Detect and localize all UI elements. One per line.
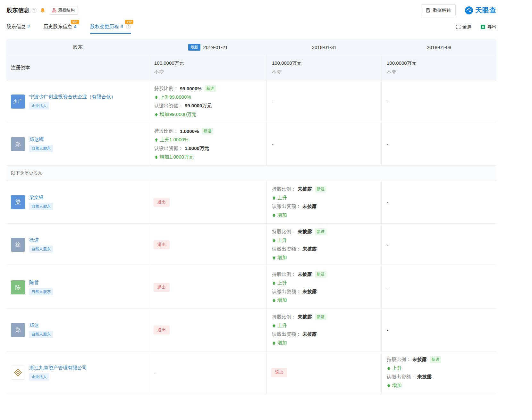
current-shareholders: 少广宁波少广创业投资合伙企业（有限合伙）企业法人持股比例：99.0000%新进上…: [6, 80, 496, 166]
ratio-value: 未披露: [412, 357, 427, 363]
ratio-value: 未披露: [298, 229, 312, 235]
tianyancha-logo[interactable]: 天眼查: [465, 6, 496, 15]
shareholding-detail-cell: 持股比例：99.0000%新进上升99.0000%认缴出资额：99.0000万元…: [149, 80, 267, 123]
vip-badge: VIP: [125, 20, 133, 24]
up-arrow-icon: [154, 112, 158, 117]
up-arrow-icon: [272, 256, 276, 260]
dash-text: -: [154, 370, 156, 375]
data-correction-button[interactable]: 数据纠错: [421, 4, 456, 16]
capital-change: 不变: [387, 68, 491, 76]
dash-text: -: [272, 142, 274, 147]
empty-cell: -: [382, 80, 496, 123]
top-bar: 股东信息 ? 股权结构 数据纠错 天眼查: [6, 4, 496, 16]
empty-cell: -: [382, 309, 496, 351]
exit-badge: 退出: [271, 368, 287, 377]
equity-structure-button[interactable]: 股权结构: [49, 6, 78, 15]
shareholding-table: 股东 最新 2019-01-21 2018-01-31 2018-01-08 注…: [6, 39, 496, 394]
amount-value: 未披露: [417, 374, 432, 380]
page: 股东信息 ? 股权结构 数据纠错 天眼查 股东信息2: [6, 0, 496, 394]
tab-shareholder-info[interactable]: 股东信息2: [6, 24, 30, 34]
new-entry-badge: 新进: [315, 186, 326, 193]
history-section-label: 以下为历史股东: [6, 166, 496, 181]
fullscreen-button[interactable]: 全屏: [456, 24, 471, 30]
shareholder-cell: 徐徐进自然人股东: [6, 224, 149, 266]
help-icon[interactable]: ?: [32, 8, 37, 13]
shareholder-cell: 浙江九章资产管理有限公司企业法人: [6, 351, 149, 394]
empty-cell: -: [382, 181, 496, 223]
company-logo-icon[interactable]: [11, 366, 25, 380]
new-entry-badge: 新进: [315, 314, 326, 320]
up-arrow-icon: [272, 213, 276, 217]
shareholder-type-tag: 自然人股东: [29, 203, 53, 210]
detail-line: 上升1.0000%: [154, 136, 261, 144]
avatar[interactable]: 梁: [11, 195, 25, 209]
shareholder-name-link[interactable]: 宁波少广创业投资合伙企业（有限合伙）: [29, 94, 116, 100]
exit-badge: 退出: [154, 283, 170, 292]
avatar[interactable]: 少广: [11, 95, 25, 109]
shareholding-detail-cell: 持股比例：未披露新进上升认缴出资额：未披露增加: [267, 181, 382, 223]
ratio-value: 未披露: [298, 271, 312, 277]
detail-line: 增加: [272, 339, 376, 347]
detail-line: 增加: [387, 381, 491, 390]
up-arrow-icon: [272, 341, 276, 345]
registered-capital-cell: 100.0000万元 不变: [149, 55, 267, 80]
shareholder-name-link[interactable]: 郑达: [29, 322, 39, 328]
equity-structure-label: 股权结构: [58, 7, 75, 13]
exit-cell: 退出: [149, 266, 267, 309]
ratio-label: 持股比例：: [272, 186, 296, 192]
amount-label: 认缴出资额：: [154, 145, 183, 152]
detail-line: 认缴出资额：99.0000万元: [154, 102, 261, 110]
shareholder-name-link[interactable]: 徐进: [29, 237, 39, 243]
avatar[interactable]: 郑: [11, 323, 25, 337]
detail-line: 认缴出资额：未披露: [387, 373, 491, 381]
detail-line: 上升: [272, 194, 376, 202]
table-row: 浙江九章资产管理有限公司企业法人-退出持股比例：未披露新进上升认缴出资额：未披露…: [6, 351, 496, 394]
brand-text: 天眼查: [475, 6, 496, 15]
bell-icon[interactable]: [40, 8, 45, 13]
up-arrow-icon: [387, 366, 391, 370]
empty-cell: -: [267, 80, 382, 123]
exit-badge: 退出: [154, 240, 170, 249]
dash-text: -: [387, 200, 388, 205]
tab-equity-change-history[interactable]: VIP 股权变更历程3 ?: [90, 24, 131, 34]
export-button[interactable]: 导出: [480, 24, 496, 30]
rise-text: 上升: [392, 365, 402, 371]
rise-text: 上升: [277, 280, 287, 286]
table-row: 郑郑达自然人股东退出持股比例：未披露新进上升认缴出资额：未披露增加-: [6, 309, 496, 351]
col-header-date-latest: 最新 2019-01-21: [149, 39, 267, 55]
empty-cell: -: [149, 351, 267, 394]
rise-text: 上升: [277, 323, 287, 329]
shareholder-info: 陈哲自然人股东: [29, 279, 53, 295]
empty-cell: -: [267, 123, 382, 165]
table-row: 郑郑达韡自然人股东持股比例：1.0000%新进上升1.0000%认缴出资额：1.…: [6, 123, 496, 166]
new-entry-badge: 新进: [202, 128, 213, 135]
avatar[interactable]: 郑: [11, 137, 25, 151]
capital-amount: 100.0000万元: [154, 59, 261, 67]
avatar[interactable]: 徐: [11, 238, 25, 252]
exit-badge: 退出: [154, 325, 170, 334]
excel-export-icon: [480, 24, 486, 29]
ratio-value: 未披露: [298, 186, 312, 192]
shareholder-name-link[interactable]: 浙江九章资产管理有限公司: [29, 365, 87, 371]
ratio-label: 持股比例：: [154, 128, 178, 134]
shareholder-name-link[interactable]: 梁文锋: [29, 194, 44, 201]
rise-text: 上升99.0000%: [160, 94, 191, 100]
ratio-label: 持股比例：: [272, 314, 296, 320]
capital-amount: 100.0000万元: [387, 59, 491, 67]
ratio-value: 未披露: [298, 314, 312, 320]
shareholder-name-link[interactable]: 陈哲: [29, 279, 39, 286]
amount-label: 认缴出资额：: [272, 331, 301, 337]
increase-text: 增加: [392, 383, 402, 389]
shareholder-cell: 郑郑达自然人股东: [6, 309, 149, 351]
detail-line: 持股比例：未披露新进: [387, 355, 491, 364]
increase-text: 增加: [277, 297, 287, 303]
data-correction-label: 数据纠错: [433, 7, 451, 13]
org-chart-icon: [52, 8, 56, 12]
shareholder-type-tag: 自然人股东: [29, 288, 53, 295]
help-icon[interactable]: ?: [126, 24, 131, 29]
shareholder-name-link[interactable]: 郑达韡: [29, 136, 44, 143]
avatar[interactable]: 陈: [11, 280, 25, 294]
up-arrow-icon: [154, 155, 158, 159]
shareholder-type-tag: 企业法人: [29, 102, 49, 110]
tab-history-shareholder-info[interactable]: VIP 历史股东信息4: [43, 24, 76, 34]
